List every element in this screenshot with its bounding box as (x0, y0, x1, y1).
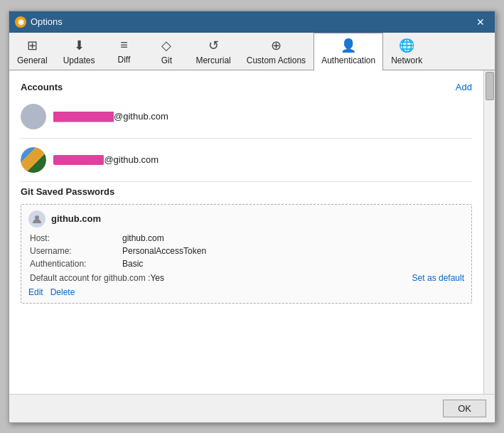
git-icon: ◇ (161, 38, 171, 53)
main-panel: Accounts Add ██████████@github.com (9, 70, 483, 394)
account-item-1: ██████████@github.com (21, 100, 472, 134)
entry-action-links: Edit Delete (28, 287, 464, 297)
account-suffix-1: @github.com (114, 111, 168, 122)
title-bar: ◉ Options ✕ (9, 11, 495, 33)
diff-icon: ≡ (120, 38, 128, 53)
password-entry: github.com Host: github.com Username: Pe… (21, 204, 472, 304)
tab-git[interactable]: ◇ Git (145, 33, 188, 70)
delete-button[interactable]: Delete (50, 287, 75, 297)
host-value: github.com (122, 233, 164, 243)
edit-button[interactable]: Edit (28, 287, 43, 297)
default-account-row: Default account for github.com : Yes (30, 273, 164, 283)
tab-custom-actions-label: Custom Actions (247, 55, 306, 65)
redacted-name-2: studio13githu (53, 155, 104, 165)
tabs-bar: ⊞ General ⬇ Updates ≡ Diff ◇ Git ↺ Mercu… (9, 33, 495, 70)
account-divider (21, 138, 472, 139)
options-window: ◉ Options ✕ ⊞ General ⬇ Updates ≡ Diff ◇… (9, 11, 495, 423)
custom-actions-icon: ⊕ (271, 38, 282, 53)
auth-value: Basic (122, 259, 143, 269)
network-icon: 🌐 (399, 38, 414, 53)
avatar-placeholder-1 (21, 104, 46, 129)
auth-label: Authentication: (30, 259, 122, 269)
username-detail-row: Username: PersonalAccessToken (28, 246, 464, 256)
mercurial-icon: ↺ (208, 38, 219, 53)
host-label: Host: (30, 233, 122, 243)
tab-mercurial-label: Mercurial (195, 55, 230, 65)
account-item-2: studio13githu@github.com (21, 143, 472, 177)
general-icon: ⊞ (27, 38, 38, 53)
password-host-row: github.com (28, 210, 464, 228)
redacted-name-1: ██████████ (53, 112, 114, 122)
git-passwords-title: Git Saved Passwords (21, 186, 472, 197)
account-name-2: studio13githu@github.com (53, 154, 159, 165)
updates-icon: ⬇ (74, 38, 85, 53)
avatar-2 (21, 147, 46, 173)
tab-mercurial[interactable]: ↺ Mercurial (188, 33, 238, 70)
app-icon: ◉ (15, 16, 26, 28)
tab-network[interactable]: 🌐 Network (383, 33, 430, 70)
content-area: Accounts Add ██████████@github.com (9, 70, 495, 394)
tab-network-label: Network (391, 55, 422, 65)
ok-button[interactable]: OK (443, 400, 486, 417)
footer: OK (9, 394, 495, 422)
tab-custom-actions[interactable]: ⊕ Custom Actions (239, 33, 313, 70)
tab-authentication-label: Authentication (321, 55, 375, 65)
tab-updates[interactable]: ⬇ Updates (55, 33, 103, 70)
detail-row-actions: Default account for github.com : Yes Set… (28, 273, 464, 283)
section-divider (21, 181, 472, 182)
avatar-colored-2 (21, 147, 46, 173)
window-title: Options (31, 16, 472, 27)
accounts-title: Accounts (21, 82, 63, 92)
avatar-1 (21, 104, 46, 129)
tab-authentication[interactable]: 👤 Authentication (313, 33, 383, 70)
tab-diff[interactable]: ≡ Diff (102, 33, 145, 70)
authentication-icon: 👤 (341, 38, 356, 53)
tab-updates-label: Updates (63, 55, 95, 65)
accounts-section-header: Accounts Add (21, 82, 472, 92)
username-label: Username: (30, 246, 122, 256)
host-avatar (28, 210, 45, 228)
scroll-thumb[interactable] (486, 72, 494, 100)
account-name-1: ██████████@github.com (53, 111, 168, 122)
host-detail-row: Host: github.com (28, 233, 464, 243)
account-suffix-2: @github.com (104, 154, 159, 165)
tab-general[interactable]: ⊞ General (9, 33, 55, 70)
close-button[interactable]: ✕ (472, 15, 489, 29)
default-account-value: Yes (150, 273, 164, 283)
auth-detail-row: Authentication: Basic (28, 259, 464, 269)
set-default-button[interactable]: Set as default (412, 273, 464, 283)
username-value: PersonalAccessToken (122, 246, 206, 256)
scrollbar[interactable] (483, 70, 495, 394)
tab-diff-label: Diff (118, 55, 131, 65)
host-name: github.com (51, 213, 101, 224)
add-account-button[interactable]: Add (456, 82, 472, 92)
default-account-label: Default account for github.com : (30, 273, 150, 283)
tab-git-label: Git (161, 55, 172, 65)
tab-general-label: General (17, 55, 48, 65)
